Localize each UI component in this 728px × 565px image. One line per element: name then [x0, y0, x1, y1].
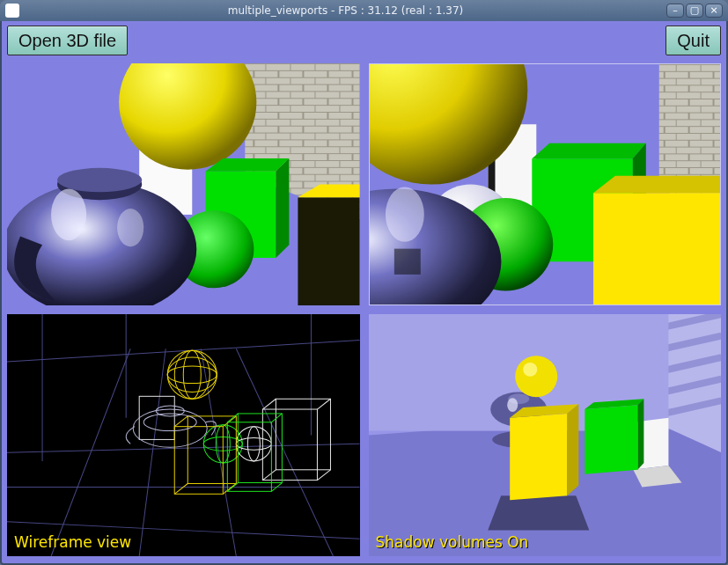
viewport-grid: Wireframe view — [7, 63, 721, 556]
svg-point-96 — [523, 363, 537, 377]
app-icon — [5, 4, 19, 18]
svg-point-94 — [507, 398, 518, 412]
window-title: multiple_viewports - FPS : 31.12 (real :… — [25, 4, 666, 17]
viewport-bottom-right[interactable]: Shadow volumes On — [369, 314, 722, 556]
svg-marker-102 — [510, 414, 567, 500]
svg-marker-30 — [593, 176, 720, 194]
svg-marker-29 — [593, 193, 720, 305]
viewport-bottom-left[interactable]: Wireframe view — [7, 314, 360, 556]
svg-marker-13 — [298, 197, 359, 305]
svg-point-18 — [57, 168, 142, 192]
toolbar: Open 3D file Quit — [7, 26, 721, 57]
svg-point-20 — [117, 209, 143, 246]
client-area: Open 3D file Quit — [0, 21, 728, 565]
minimize-button[interactable]: – — [666, 4, 684, 18]
svg-marker-12 — [276, 158, 289, 258]
render-top-right — [370, 64, 721, 305]
render-shadows — [369, 314, 722, 556]
viewport-caption: Shadow volumes On — [376, 533, 529, 551]
quit-button[interactable]: Quit — [665, 26, 721, 55]
svg-point-95 — [515, 356, 557, 397]
render-top-left — [7, 63, 360, 305]
titlebar[interactable]: multiple_viewports - FPS : 31.12 (real :… — [0, 0, 728, 21]
svg-rect-35 — [393, 249, 420, 275]
app-window: multiple_viewports - FPS : 31.12 (real :… — [0, 0, 728, 565]
svg-marker-101 — [637, 399, 643, 470]
svg-marker-27 — [532, 143, 646, 159]
viewport-top-left[interactable] — [7, 63, 360, 305]
viewport-top-right[interactable] — [369, 63, 722, 305]
svg-point-34 — [385, 187, 423, 241]
maximize-button[interactable]: ▢ — [686, 4, 703, 18]
render-wireframe — [7, 314, 360, 556]
window-controls: – ▢ × — [666, 4, 723, 18]
svg-marker-104 — [567, 404, 578, 495]
svg-point-19 — [51, 188, 86, 240]
svg-marker-99 — [585, 405, 637, 474]
svg-marker-90 — [488, 495, 589, 530]
close-button[interactable]: × — [705, 4, 723, 18]
viewport-caption: Wireframe view — [14, 533, 131, 551]
open-3d-file-button[interactable]: Open 3D file — [7, 26, 128, 55]
